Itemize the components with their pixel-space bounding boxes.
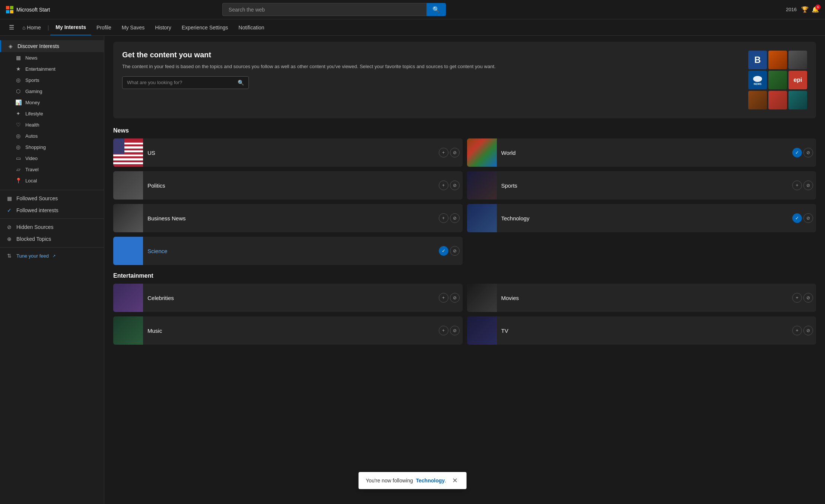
banner-img-gray [788, 51, 807, 69]
music-block-button[interactable]: ⊘ [450, 326, 460, 335]
sidebar-item-gaming[interactable]: ⬡ Gaming [9, 86, 104, 97]
trophy-icon-button[interactable]: 🏆 [801, 6, 809, 13]
sidebar-money-label: Money [25, 100, 40, 105]
nbc-peacock-icon [752, 75, 763, 83]
sidebar-item-video[interactable]: ▭ Video [9, 153, 104, 164]
us-block-button[interactable]: ⊘ [450, 148, 460, 157]
sidebar-item-autos[interactable]: ◎ Autos [9, 130, 104, 141]
news-section-title: News [113, 127, 816, 134]
banner-search-icon: 🔍 [238, 80, 244, 86]
politics-info: Politics [143, 182, 439, 189]
search-input[interactable] [222, 3, 426, 16]
topic-card-movies: Movies + ⊘ [467, 284, 816, 312]
external-link-icon: ↗ [53, 254, 55, 258]
banner-search-bar: 🔍 [122, 76, 249, 89]
nav-experience-settings[interactable]: Experience Settings [177, 20, 234, 35]
sidebar-discover-interests[interactable]: ◈ Discover Interests [0, 40, 104, 52]
nav-profile[interactable]: Profile [91, 20, 117, 35]
world-actions: ✓ ⊘ [792, 148, 816, 157]
world-follow-button[interactable]: ✓ [792, 148, 802, 157]
svg-point-4 [753, 76, 762, 82]
sidebar-followed-sources[interactable]: ▦ Followed Sources [0, 192, 104, 204]
technology-follow-button[interactable]: ✓ [792, 213, 802, 223]
science-block-button[interactable]: ⊘ [450, 246, 460, 256]
celebrities-thumbnail [113, 284, 143, 312]
politics-block-button[interactable]: ⊘ [450, 181, 460, 190]
nav-history[interactable]: History [150, 20, 177, 35]
movies-info: Movies [497, 295, 793, 301]
celebrities-block-button[interactable]: ⊘ [450, 293, 460, 303]
topic-card-world: World ✓ ⊘ [467, 138, 816, 167]
world-block-button[interactable]: ⊘ [803, 148, 813, 157]
svg-rect-0 [6, 6, 9, 9]
sidebar-tune-feed[interactable]: ⇅ Tune your feed ↗ [0, 250, 104, 262]
sidebar-item-health[interactable]: ♡ Health [9, 119, 104, 130]
tv-follow-button[interactable]: + [792, 326, 802, 335]
sidebar-blocked-topics[interactable]: ⊕ Blocked Topics [0, 233, 104, 245]
tv-block-button[interactable]: ⊘ [803, 326, 813, 335]
discover-banner: Get the content you want The content in … [113, 42, 816, 118]
us-label: US [147, 150, 155, 156]
sidebar-item-sports[interactable]: ◎ Sports [9, 74, 104, 86]
toast-suffix: . [445, 478, 446, 484]
science-actions: ✓ ⊘ [439, 246, 463, 256]
sidebar-followed-interests[interactable]: ✓ Followed interests [0, 204, 104, 216]
celebrities-follow-button[interactable]: + [439, 293, 448, 303]
sports-news-thumbnail [467, 171, 497, 200]
business-news-block-button[interactable]: ⊘ [450, 213, 460, 223]
movies-follow-button[interactable]: + [792, 293, 802, 303]
movies-block-button[interactable]: ⊘ [803, 293, 813, 303]
technology-thumbnail [467, 204, 497, 232]
world-thumbnail [467, 138, 497, 167]
sports-news-block-button[interactable]: ⊘ [803, 181, 813, 190]
sidebar-item-shopping[interactable]: ◎ Shopping [9, 141, 104, 153]
science-follow-button[interactable]: ✓ [439, 246, 448, 256]
autos-icon: ◎ [15, 133, 22, 139]
sidebar-followed-sources-label: Followed Sources [16, 195, 58, 201]
logo[interactable]: Microsoft Start [6, 6, 50, 13]
sidebar-item-news[interactable]: ▦ News [9, 52, 104, 63]
home-icon: ⌂ [22, 25, 25, 31]
sports-news-follow-button[interactable]: + [792, 181, 802, 190]
toast-close-button[interactable]: ✕ [451, 476, 459, 485]
sidebar-hidden-sources[interactable]: ⊘ Hidden Sources [0, 221, 104, 233]
tune-feed-icon: ⇅ [6, 253, 13, 259]
politics-label: Politics [147, 182, 165, 189]
travel-icon: ▱ [15, 166, 22, 172]
sidebar-item-lifestyle[interactable]: ✦ Lifestyle [9, 108, 104, 119]
nav-my-saves[interactable]: My Saves [117, 20, 150, 35]
sidebar-news-label: News [25, 55, 38, 61]
nav-my-interests[interactable]: My Interests [50, 20, 91, 35]
news-icon: ▦ [15, 55, 22, 61]
hamburger-menu-button[interactable]: ☰ [6, 19, 17, 35]
notification-badge: 6 [815, 4, 821, 10]
toast-notification: You're now following Technology. ✕ [358, 472, 467, 489]
us-follow-button[interactable]: + [439, 148, 448, 157]
news-topics-grid: US + ⊘ World ✓ ⊘ [113, 138, 816, 265]
technology-info: Technology [497, 215, 793, 221]
business-news-follow-button[interactable]: + [439, 213, 448, 223]
politics-follow-button[interactable]: + [439, 181, 448, 190]
sidebar-item-local[interactable]: 📍 Local [9, 175, 104, 186]
business-news-thumbnail [113, 204, 143, 232]
business-news-info: Business News [143, 215, 439, 221]
sidebar-item-entertainment[interactable]: ★ Entertainment [9, 63, 104, 74]
logo-text: Microsoft Start [16, 7, 50, 13]
sidebar-item-money[interactable]: 📊 Money [9, 97, 104, 108]
banner-search-input[interactable] [127, 80, 235, 85]
technology-block-button[interactable]: ⊘ [803, 213, 813, 223]
banner-description: The content in your feed is based on the… [122, 63, 742, 70]
nav-notification[interactable]: Notification [233, 20, 269, 35]
us-info: US [143, 150, 439, 156]
banner-img-b: B [748, 51, 767, 69]
nav-home[interactable]: ⌂ Home [17, 20, 46, 35]
sidebar-categories: ▦ News ★ Entertainment ◎ Sports ⬡ Gaming… [0, 52, 104, 186]
sidebar-sports-label: Sports [25, 77, 39, 83]
toast-topic: Technology [416, 478, 445, 484]
movies-label: Movies [501, 295, 519, 301]
notification-button[interactable]: 🔔 6 [812, 6, 819, 13]
music-follow-button[interactable]: + [439, 326, 448, 335]
search-button[interactable]: 🔍 [426, 3, 446, 16]
sidebar-item-travel[interactable]: ▱ Travel [9, 164, 104, 175]
sidebar-gaming-label: Gaming [25, 89, 42, 94]
